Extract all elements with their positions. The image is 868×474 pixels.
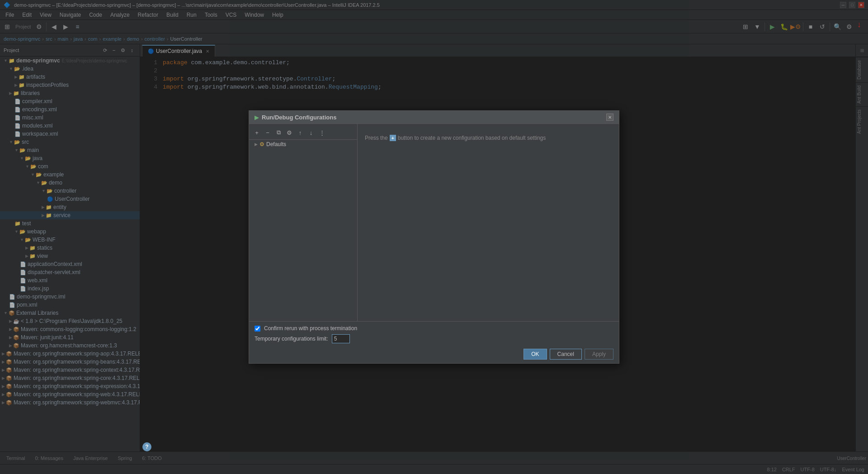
dialog-add-btn[interactable]: + bbox=[252, 128, 262, 137]
dialog-tree-defaults[interactable]: ▶ ⚙ Defaults bbox=[249, 140, 357, 149]
temp-limit-input[interactable] bbox=[332, 334, 350, 343]
dialog-apply-button[interactable]: Apply bbox=[585, 349, 613, 360]
dialog-title-area: ▶ Run/Debug Configurations bbox=[255, 114, 336, 121]
dialog-body: + − ⧉ ⚙ ↑ ↓ ⋮ ▶ ⚙ Defaults Press bbox=[249, 124, 619, 321]
defaults-label: Defaults bbox=[266, 141, 286, 147]
confirm-rerun-checkbox[interactable] bbox=[255, 326, 260, 332]
dialog-left-panel: + − ⧉ ⚙ ↑ ↓ ⋮ ▶ ⚙ Defaults bbox=[249, 124, 358, 321]
dialog-up-btn[interactable]: ↑ bbox=[295, 128, 305, 137]
dialog-right-panel: Press the + button to create a new confi… bbox=[358, 124, 619, 321]
hint-plus-icon: + bbox=[390, 135, 396, 141]
hint-text-rest: button to create a new configuration bas… bbox=[398, 135, 546, 141]
hint-text-press: Press the bbox=[365, 135, 388, 141]
dialog-footer-row-2: Temporary configurations limit: bbox=[255, 334, 613, 343]
dialog-overlay: ▶ Run/Debug Configurations ✕ + − ⧉ ⚙ ↑ ↓… bbox=[0, 0, 868, 474]
defaults-icon: ⚙ bbox=[259, 141, 264, 147]
run-debug-dialog: ▶ Run/Debug Configurations ✕ + − ⧉ ⚙ ↑ ↓… bbox=[249, 110, 619, 364]
dialog-title: Run/Debug Configurations bbox=[262, 114, 336, 121]
dialog-settings-btn[interactable]: ⚙ bbox=[284, 128, 294, 137]
temp-limit-label: Temporary configurations limit: bbox=[255, 336, 328, 342]
dialog-close-button[interactable]: ✕ bbox=[606, 114, 613, 121]
dialog-title-bar: ▶ Run/Debug Configurations ✕ bbox=[249, 111, 619, 124]
help-icon[interactable]: ? bbox=[142, 442, 151, 451]
dialog-footer-row-1: Confirm rerun with process termination bbox=[255, 325, 613, 332]
dialog-hint: Press the + button to create a new confi… bbox=[365, 135, 612, 141]
dialog-actions: OK Cancel Apply bbox=[249, 347, 619, 363]
dialog-copy-btn[interactable]: ⧉ bbox=[274, 128, 283, 137]
dialog-icon: ▶ bbox=[255, 114, 259, 121]
help-tooltip-area: ? bbox=[142, 442, 151, 451]
dialog-cancel-button[interactable]: Cancel bbox=[550, 349, 582, 360]
confirm-rerun-label: Confirm rerun with process termination bbox=[264, 325, 357, 332]
dialog-left-toolbar: + − ⧉ ⚙ ↑ ↓ ⋮ bbox=[249, 126, 357, 140]
defaults-arrow: ▶ bbox=[255, 142, 258, 147]
dialog-ok-button[interactable]: OK bbox=[524, 349, 547, 360]
dialog-down-btn[interactable]: ↓ bbox=[306, 128, 316, 137]
dialog-remove-btn[interactable]: − bbox=[263, 128, 273, 137]
dialog-group-btn[interactable]: ⋮ bbox=[317, 128, 327, 137]
dialog-footer: Confirm rerun with process termination T… bbox=[249, 321, 619, 347]
